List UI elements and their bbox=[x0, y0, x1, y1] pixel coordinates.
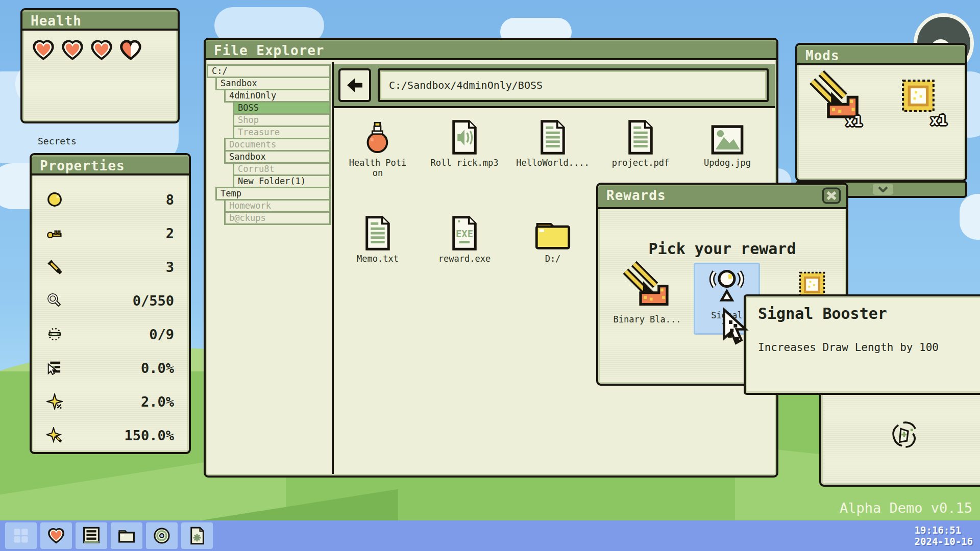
tree-item-selected[interactable]: BOSS bbox=[233, 101, 331, 115]
heart-full-icon bbox=[32, 40, 55, 60]
reward-label: Binary Bla... bbox=[613, 314, 681, 324]
mouse-cursor-icon bbox=[722, 306, 750, 349]
property-row: 3 bbox=[33, 250, 187, 284]
property-value: 150.0% bbox=[124, 428, 174, 443]
coin-icon bbox=[46, 191, 63, 208]
tree-item[interactable]: Temp bbox=[215, 187, 331, 201]
path-text: C:/Sandbox/4dminOnly/BOSS bbox=[389, 79, 543, 91]
health-window: Health bbox=[20, 8, 180, 123]
rewards-title: Rewards bbox=[606, 188, 666, 203]
file-label: HelloWorld.... bbox=[516, 158, 589, 168]
cloud bbox=[960, 194, 980, 240]
taskbar-list-button[interactable] bbox=[76, 522, 107, 549]
file-label: reward.exe bbox=[438, 254, 491, 264]
heart-full-icon bbox=[90, 40, 113, 60]
tree-item[interactable]: Treasure bbox=[233, 126, 331, 139]
back-arrow-icon bbox=[345, 76, 365, 94]
key-icon bbox=[46, 225, 63, 241]
file-item[interactable]: Updog.jpg bbox=[689, 117, 766, 168]
properties-title-bar[interactable]: Properties bbox=[32, 155, 189, 176]
file-label: Updog.jpg bbox=[704, 158, 751, 168]
property-value: 3 bbox=[166, 259, 174, 275]
file-item[interactable]: Memo.txt bbox=[339, 213, 416, 264]
file-item[interactable]: HelloWorld.... bbox=[514, 117, 591, 168]
reward-item-binary-blaster[interactable]: Binary Bla... bbox=[609, 261, 685, 324]
back-button[interactable] bbox=[338, 68, 371, 102]
taskbar-settings-file-button[interactable] bbox=[181, 522, 213, 549]
crumpled-paper-icon bbox=[885, 418, 924, 457]
tree-item[interactable]: Sandbox bbox=[215, 77, 331, 90]
tree-item[interactable]: b@ckups bbox=[224, 211, 331, 225]
properties-window: Properties 8 2 3 0/550 0/9 bbox=[30, 153, 191, 454]
file-label: Roll rick.mp3 bbox=[430, 158, 498, 168]
collapse-button[interactable] bbox=[873, 184, 893, 195]
health-title-bar[interactable]: Health bbox=[22, 10, 178, 31]
property-value: 0.0% bbox=[141, 360, 174, 376]
mod-count-badge: x1 bbox=[846, 113, 863, 129]
property-value: 8 bbox=[166, 192, 174, 208]
clock-date: 2024-10-16 bbox=[915, 536, 973, 547]
path-field[interactable]: C:/Sandbox/4dminOnly/BOSS bbox=[378, 68, 769, 102]
rewards-title-bar[interactable]: Rewards bbox=[598, 185, 846, 209]
chip-icon[interactable] bbox=[899, 77, 938, 115]
magnifier-icon bbox=[46, 292, 63, 309]
tree-item[interactable]: Sandbox bbox=[224, 150, 331, 164]
folder-tree: C:/ Sandbox 4dminOnly BOSS Shop Treasure… bbox=[207, 64, 332, 474]
sword-icon bbox=[46, 259, 63, 275]
heart-icon bbox=[47, 528, 65, 544]
folder-icon bbox=[534, 218, 572, 251]
property-row: 2 bbox=[33, 216, 187, 250]
file-item[interactable]: project.pdf bbox=[602, 117, 679, 168]
property-row: 150.0% bbox=[33, 418, 187, 452]
file-explorer-title-bar[interactable]: File Explorer bbox=[206, 40, 776, 60]
heart-half-icon bbox=[119, 40, 142, 60]
path-toolbar: C:/Sandbox/4dminOnly/BOSS bbox=[334, 64, 775, 108]
tree-item[interactable]: Homework bbox=[224, 199, 331, 213]
clock-time: 19:16:51 bbox=[915, 524, 973, 536]
mods-title-bar[interactable]: Mods bbox=[797, 45, 965, 65]
star-percent-icon bbox=[46, 393, 63, 410]
close-icon[interactable] bbox=[822, 187, 841, 204]
tree-item[interactable]: Corru8t bbox=[233, 162, 331, 176]
property-value: 2.0% bbox=[141, 394, 174, 410]
cursor-list-icon bbox=[46, 360, 63, 376]
file-item[interactable]: reward.exe bbox=[426, 213, 503, 264]
file-item[interactable]: D:/ bbox=[514, 213, 591, 264]
file-item[interactable]: Roll rick.mp3 bbox=[426, 117, 503, 168]
windows-grid-icon bbox=[12, 527, 30, 545]
list-icon bbox=[82, 527, 101, 545]
version-label: Alpha Demo v0.15 bbox=[840, 500, 972, 516]
file-label: Health Potion bbox=[348, 158, 408, 178]
settings-file-icon bbox=[189, 527, 205, 545]
bow-weapon-icon bbox=[621, 261, 674, 314]
file-label: D:/ bbox=[545, 254, 561, 264]
tree-item[interactable]: C:/ bbox=[207, 64, 331, 78]
folder-icon bbox=[117, 527, 136, 545]
tree-item[interactable]: Documents bbox=[224, 138, 331, 152]
text-file-icon bbox=[362, 215, 393, 251]
file-explorer-title: File Explorer bbox=[214, 43, 325, 58]
chevron-down-icon bbox=[877, 186, 889, 192]
tooltip-body: Increases Draw Length by 100 bbox=[758, 341, 939, 354]
taskbar-folder-button[interactable] bbox=[111, 522, 142, 549]
property-row: 0.0% bbox=[33, 351, 187, 385]
taskbar-windows-grid-button[interactable] bbox=[5, 522, 37, 549]
tree-item[interactable]: Shop bbox=[233, 113, 331, 127]
text-file-icon bbox=[625, 119, 656, 155]
taskbar-clock: 19:16:51 2024-10-16 bbox=[915, 524, 973, 547]
secrets-label: Secrets bbox=[38, 136, 77, 146]
taskbar-health-button[interactable] bbox=[40, 522, 72, 549]
potion-icon bbox=[364, 121, 391, 155]
file-label: project.pdf bbox=[612, 158, 670, 168]
tree-item[interactable]: 4dminOnly bbox=[224, 89, 331, 103]
audio-file-icon bbox=[449, 119, 480, 155]
mods-title: Mods bbox=[805, 48, 840, 63]
rewards-heading: Pick your reward bbox=[600, 240, 845, 258]
taskbar-cd-button[interactable] bbox=[146, 522, 178, 549]
property-row: 8 bbox=[33, 183, 187, 216]
file-item[interactable]: Health Potion bbox=[339, 117, 416, 178]
dotted-ring-icon bbox=[46, 326, 63, 342]
property-value: 2 bbox=[166, 226, 174, 241]
heart-full-icon bbox=[61, 40, 84, 60]
tree-item[interactable]: New Folder(1) bbox=[233, 174, 331, 188]
